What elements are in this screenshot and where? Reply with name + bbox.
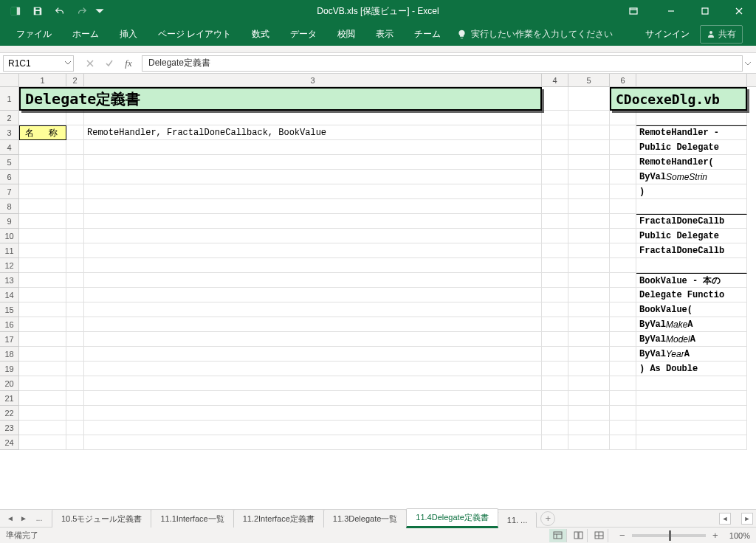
code-cell[interactable]: BookValue(	[636, 302, 747, 317]
sheet-tab[interactable]: 11.1Interface一覧	[151, 510, 233, 528]
filename-cell[interactable]: CDocexeDlg.vb	[610, 87, 747, 111]
cell[interactable]	[610, 273, 636, 288]
scroll-left-icon[interactable]: ◄	[719, 513, 731, 525]
cell[interactable]	[66, 421, 84, 435]
cell[interactable]	[568, 332, 610, 347]
row-header[interactable]: 5	[0, 155, 19, 170]
page-layout-view-button[interactable]	[570, 529, 588, 542]
scroll-right-icon[interactable]: ►	[741, 513, 753, 525]
row-header[interactable]: 23	[0, 421, 19, 435]
normal-view-button[interactable]	[549, 529, 567, 542]
row-header[interactable]: 18	[0, 347, 19, 362]
save-button[interactable]	[28, 2, 47, 20]
code-cell[interactable]: ) As Double	[636, 362, 747, 376]
maximize-button[interactable]	[688, 0, 722, 22]
row-header[interactable]: 8	[0, 199, 19, 214]
tab-view[interactable]: 表示	[365, 22, 404, 46]
tab-file[interactable]: ファイル	[6, 22, 62, 46]
row-header[interactable]: 4	[0, 140, 19, 155]
cell[interactable]	[66, 155, 84, 170]
cell[interactable]	[542, 199, 568, 214]
cell[interactable]	[19, 184, 66, 199]
zoom-percent[interactable]: 100%	[729, 531, 750, 540]
cell[interactable]	[542, 87, 568, 111]
cell[interactable]	[19, 111, 66, 125]
zoom-slider[interactable]: − +	[617, 530, 721, 541]
code-cell[interactable]	[636, 421, 747, 435]
redo-button[interactable]	[72, 2, 92, 20]
cell[interactable]	[568, 87, 610, 111]
code-cell[interactable]: Public Delegate	[636, 140, 747, 155]
name-label-cell[interactable]: 名 称	[19, 125, 66, 140]
cell[interactable]	[568, 435, 610, 450]
cell[interactable]	[19, 243, 66, 258]
cell[interactable]	[610, 288, 636, 302]
sheet-nav-arrows[interactable]: ◄ ► ...	[0, 514, 52, 522]
row-header[interactable]: 24	[0, 435, 19, 450]
cell[interactable]	[542, 273, 568, 288]
cell[interactable]	[84, 332, 542, 347]
qat-customize-icon[interactable]	[94, 2, 105, 20]
cell[interactable]	[568, 376, 610, 391]
cell[interactable]	[84, 199, 542, 214]
row-header[interactable]: 20	[0, 376, 19, 391]
cell[interactable]	[610, 184, 636, 199]
cell[interactable]	[610, 199, 636, 214]
tab-team[interactable]: チーム	[404, 22, 451, 46]
column-header[interactable]: 2	[66, 74, 84, 86]
row-header[interactable]: 21	[0, 391, 19, 406]
cell[interactable]	[542, 170, 568, 184]
cell[interactable]	[568, 155, 610, 170]
row-header[interactable]: 13	[0, 273, 19, 288]
cell[interactable]	[66, 184, 84, 199]
cell[interactable]	[610, 376, 636, 391]
cell[interactable]	[66, 214, 84, 229]
cell[interactable]	[610, 140, 636, 155]
cell[interactable]	[66, 243, 84, 258]
cell[interactable]	[84, 229, 542, 243]
cell[interactable]	[568, 214, 610, 229]
horizontal-scroll[interactable]: ◄ ►	[719, 513, 756, 525]
cell[interactable]	[610, 111, 636, 125]
cell[interactable]	[66, 140, 84, 155]
row-header[interactable]: 14	[0, 288, 19, 302]
tab-formulas[interactable]: 数式	[241, 22, 280, 46]
column-header[interactable]: 3	[84, 74, 542, 86]
cell[interactable]	[84, 362, 542, 376]
cell[interactable]	[542, 229, 568, 243]
chevron-down-icon[interactable]	[64, 58, 72, 69]
row-header[interactable]: 15	[0, 302, 19, 317]
cell[interactable]	[19, 421, 66, 435]
cell[interactable]	[542, 406, 568, 421]
cell[interactable]	[66, 229, 84, 243]
cell[interactable]	[610, 258, 636, 273]
zoom-out-button[interactable]: −	[617, 530, 628, 541]
cell[interactable]	[542, 317, 568, 332]
cell[interactable]	[19, 317, 66, 332]
sheet-tab[interactable]: 11.3Delegate一覧	[323, 510, 407, 528]
cell[interactable]	[66, 170, 84, 184]
cell[interactable]	[19, 170, 66, 184]
cell[interactable]	[610, 317, 636, 332]
row-header[interactable]: 12	[0, 258, 19, 273]
cell[interactable]	[542, 421, 568, 435]
cell[interactable]	[66, 376, 84, 391]
code-cell[interactable]: RemoteHandler(	[636, 155, 747, 170]
cell[interactable]	[66, 332, 84, 347]
cancel-formula-button[interactable]	[81, 55, 99, 72]
code-cell[interactable]: BookValue - 本の	[636, 273, 747, 288]
cell[interactable]	[19, 258, 66, 273]
cell[interactable]	[568, 302, 610, 317]
enter-formula-button[interactable]	[100, 55, 118, 72]
cell[interactable]	[542, 155, 568, 170]
cell[interactable]	[610, 243, 636, 258]
new-sheet-button[interactable]: +	[540, 511, 555, 526]
cell[interactable]	[542, 140, 568, 155]
cell[interactable]	[542, 258, 568, 273]
cell[interactable]	[84, 435, 542, 450]
tab-home[interactable]: ホーム	[62, 22, 109, 46]
share-button[interactable]: 共有	[700, 25, 743, 44]
cell[interactable]	[84, 111, 542, 125]
cell[interactable]	[610, 155, 636, 170]
cell[interactable]	[66, 391, 84, 406]
